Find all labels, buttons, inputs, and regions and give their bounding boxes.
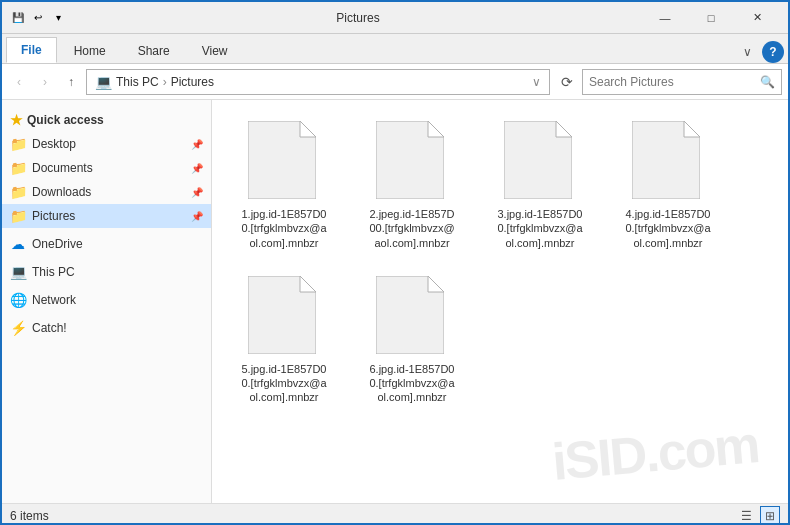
svg-marker-7 <box>684 121 700 137</box>
svg-marker-5 <box>556 121 572 137</box>
file-svg-4 <box>632 121 700 199</box>
sidebar-item-onedrive[interactable]: ☁ OneDrive <box>2 232 211 256</box>
svg-marker-11 <box>428 276 444 292</box>
file-svg-5 <box>248 276 316 354</box>
maximize-button[interactable]: □ <box>688 2 734 34</box>
svg-marker-9 <box>300 276 316 292</box>
downloads-folder-icon: 📁 <box>10 184 26 200</box>
path-thispc: This PC <box>116 75 159 89</box>
file-icon-1 <box>248 121 320 201</box>
sidebar-label-pictures: Pictures <box>32 209 185 223</box>
sidebar-label-thispc: This PC <box>32 265 203 279</box>
pin-icon-dl: 📌 <box>191 187 203 198</box>
ribbon-right: ∨ ? <box>736 41 788 63</box>
pin-icon: 📌 <box>191 139 203 150</box>
search-box: 🔍 <box>582 69 782 95</box>
catch-icon: ⚡ <box>10 320 26 336</box>
file-icon-3 <box>504 121 576 201</box>
sidebar-item-desktop[interactable]: 📁 Desktop 📌 <box>2 132 211 156</box>
view-controls: ☰ ⊞ <box>736 506 780 526</box>
pin-icon-docs: 📌 <box>191 163 203 174</box>
tab-file[interactable]: File <box>6 37 57 63</box>
address-path[interactable]: 💻 This PC › Pictures ∨ <box>86 69 550 95</box>
sidebar-item-thispc[interactable]: 💻 This PC <box>2 260 211 284</box>
sidebar-item-catch[interactable]: ⚡ Catch! <box>2 316 211 340</box>
sidebar-label-network: Network <box>32 293 203 307</box>
address-bar: ‹ › ↑ 💻 This PC › Pictures ∨ ⟳ 🔍 <box>2 64 788 100</box>
help-button[interactable]: ? <box>762 41 784 63</box>
desktop-folder-icon: 📁 <box>10 136 26 152</box>
sidebar-label-catch: Catch! <box>32 321 203 335</box>
file-svg-1 <box>248 121 316 199</box>
undo-icon[interactable]: ↩ <box>30 10 46 26</box>
network-section: 🌐 Network <box>2 288 211 312</box>
content-area: 1.jpg.id-1E857D00.[trfgklmbvzx@aol.com].… <box>212 100 788 503</box>
title-bar: 💾 ↩ ▾ Pictures — □ ✕ <box>2 2 788 34</box>
star-icon: ★ <box>10 112 23 128</box>
file-item-2[interactable]: 2.jpeg.id-1E857D00.[trfgklmbvzx@aol.com]… <box>352 112 472 259</box>
file-item-6[interactable]: 6.jpg.id-1E857D00.[trfgklmbvzx@aol.com].… <box>352 267 472 414</box>
file-icon-5 <box>248 276 320 356</box>
catch-section: ⚡ Catch! <box>2 316 211 340</box>
save-icon[interactable]: 💾 <box>10 10 26 26</box>
file-item-3[interactable]: 3.jpg.id-1E857D00.[trfgklmbvzx@aol.com].… <box>480 112 600 259</box>
refresh-button[interactable]: ⟳ <box>556 71 578 93</box>
file-item-1[interactable]: 1.jpg.id-1E857D00.[trfgklmbvzx@aol.com].… <box>224 112 344 259</box>
back-button[interactable]: ‹ <box>8 71 30 93</box>
documents-folder-icon: 📁 <box>10 160 26 176</box>
pin-icon-pic: 📌 <box>191 211 203 222</box>
file-icon-6 <box>376 276 448 356</box>
ribbon-tabs: File Home Share View ∨ ? <box>2 34 788 64</box>
thispc-section: 💻 This PC <box>2 260 211 284</box>
quick-access-section: ★ Quick access 📁 Desktop 📌 📁 Documents 📌… <box>2 108 211 228</box>
onedrive-icon: ☁ <box>10 236 26 252</box>
sidebar-label-downloads: Downloads <box>32 185 185 199</box>
pictures-folder-icon: 📁 <box>10 208 26 224</box>
file-svg-2 <box>376 121 444 199</box>
file-svg-6 <box>376 276 444 354</box>
forward-button[interactable]: › <box>34 71 56 93</box>
thispc-icon: 💻 <box>10 264 26 280</box>
onedrive-section: ☁ OneDrive <box>2 232 211 256</box>
item-count: 6 items <box>10 509 49 523</box>
up-button[interactable]: ↑ <box>60 71 82 93</box>
window-controls: — □ ✕ <box>642 2 780 34</box>
file-name-5: 5.jpg.id-1E857D00.[trfgklmbvzx@aol.com].… <box>241 362 326 405</box>
status-bar: 6 items ☰ ⊞ <box>2 503 788 525</box>
quick-access-label: Quick access <box>27 113 104 127</box>
large-icon-view-button[interactable]: ⊞ <box>760 506 780 526</box>
ribbon-chevron[interactable]: ∨ <box>736 41 758 63</box>
search-input[interactable] <box>589 75 756 89</box>
list-view-button[interactable]: ☰ <box>736 506 756 526</box>
folder-options-icon[interactable]: ▾ <box>50 10 66 26</box>
quick-access-header[interactable]: ★ Quick access <box>2 108 211 132</box>
tab-home[interactable]: Home <box>59 38 121 63</box>
quick-access-toolbar: 💾 ↩ ▾ <box>10 10 66 26</box>
svg-marker-3 <box>428 121 444 137</box>
search-icon: 🔍 <box>760 75 775 89</box>
tab-share[interactable]: Share <box>123 38 185 63</box>
sidebar-item-pictures[interactable]: 📁 Pictures 📌 <box>2 204 211 228</box>
file-name-1: 1.jpg.id-1E857D00.[trfgklmbvzx@aol.com].… <box>241 207 326 250</box>
file-icon-4 <box>632 121 704 201</box>
sidebar-label-onedrive: OneDrive <box>32 237 203 251</box>
main-layout: ★ Quick access 📁 Desktop 📌 📁 Documents 📌… <box>2 100 788 503</box>
sidebar-item-documents[interactable]: 📁 Documents 📌 <box>2 156 211 180</box>
file-item-5[interactable]: 5.jpg.id-1E857D00.[trfgklmbvzx@aol.com].… <box>224 267 344 414</box>
file-item-4[interactable]: 4.jpg.id-1E857D00.[trfgklmbvzx@aol.com].… <box>608 112 728 259</box>
path-pictures: Pictures <box>171 75 214 89</box>
window-title: Pictures <box>74 11 642 25</box>
sidebar-label-documents: Documents <box>32 161 185 175</box>
file-svg-3 <box>504 121 572 199</box>
minimize-button[interactable]: — <box>642 2 688 34</box>
close-button[interactable]: ✕ <box>734 2 780 34</box>
sidebar: ★ Quick access 📁 Desktop 📌 📁 Documents 📌… <box>2 100 212 503</box>
file-name-6: 6.jpg.id-1E857D00.[trfgklmbvzx@aol.com].… <box>369 362 454 405</box>
sidebar-item-network[interactable]: 🌐 Network <box>2 288 211 312</box>
file-icon-2 <box>376 121 448 201</box>
file-name-3: 3.jpg.id-1E857D00.[trfgklmbvzx@aol.com].… <box>497 207 582 250</box>
tab-view[interactable]: View <box>187 38 243 63</box>
file-name-2: 2.jpeg.id-1E857D00.[trfgklmbvzx@aol.com]… <box>369 207 454 250</box>
watermark: iSID.com <box>549 414 760 492</box>
sidebar-item-downloads[interactable]: 📁 Downloads 📌 <box>2 180 211 204</box>
